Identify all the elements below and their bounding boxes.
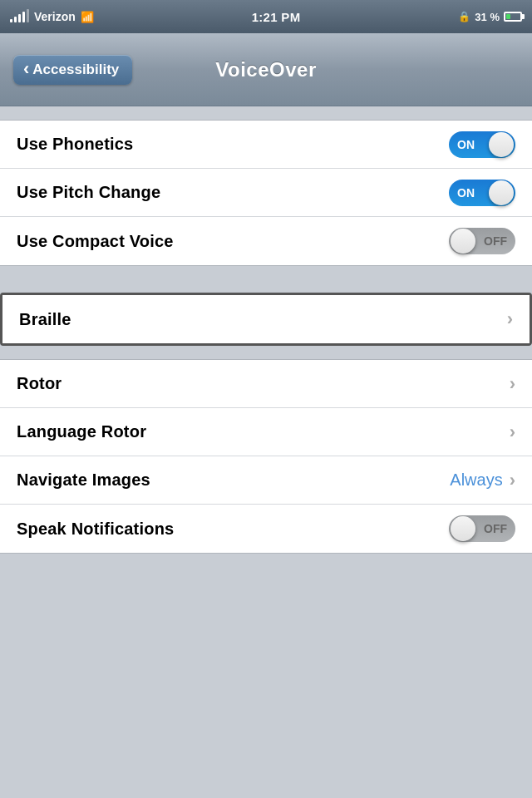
wifi-icon: 📶: [81, 11, 94, 23]
speak-notifications-row[interactable]: Speak Notifications OFF: [0, 505, 532, 553]
use-compact-voice-label: Use Compact Voice: [17, 232, 174, 251]
status-left: Verizon 📶: [10, 10, 94, 23]
navigate-images-row[interactable]: Navigate Images Always ›: [0, 456, 532, 505]
toggle-knob-2: [489, 180, 514, 205]
status-right: 🔒 31 %: [458, 11, 522, 23]
navigate-images-label: Navigate Images: [17, 470, 150, 490]
toggle-on-label: ON: [457, 138, 475, 151]
nav-bar: Accessibility VoiceOver: [0, 33, 532, 106]
use-phonetics-label: Use Phonetics: [17, 135, 133, 154]
battery-percent: 31 %: [475, 11, 500, 23]
speak-notifications-label: Speak Notifications: [17, 520, 174, 539]
use-compact-voice-row[interactable]: Use Compact Voice OFF: [0, 217, 532, 265]
settings-group-2: Rotor › Language Rotor › Navigate Images…: [0, 359, 532, 554]
toggle-off-label: OFF: [484, 234, 507, 248]
braille-row[interactable]: Braille ›: [2, 295, 530, 343]
rotor-label: Rotor: [17, 374, 62, 393]
use-phonetics-toggle[interactable]: ON: [449, 131, 515, 158]
rotor-chevron-icon: ›: [510, 373, 515, 395]
status-time: 1:21 PM: [252, 10, 301, 24]
settings-group-1: Use Phonetics ON Use Pitch Change ON Use…: [0, 120, 532, 266]
back-button[interactable]: Accessibility: [13, 55, 132, 85]
toggle-off-label-2: OFF: [484, 522, 507, 535]
braille-group: Braille ›: [0, 293, 532, 346]
use-phonetics-row[interactable]: Use Phonetics ON: [0, 121, 532, 169]
use-compact-voice-control[interactable]: OFF: [449, 228, 515, 254]
navigate-images-right: Always ›: [450, 470, 515, 491]
lock-icon: 🔒: [458, 11, 470, 22]
use-pitch-change-control[interactable]: ON: [449, 180, 515, 206]
speak-notifications-toggle[interactable]: OFF: [449, 515, 515, 542]
toggle-knob-4: [451, 516, 475, 541]
signal-bars-icon: [10, 11, 29, 22]
speak-notifications-control[interactable]: OFF: [449, 515, 515, 542]
use-pitch-change-label: Use Pitch Change: [17, 183, 160, 202]
language-rotor-row[interactable]: Language Rotor ›: [0, 408, 532, 456]
use-phonetics-control[interactable]: ON: [449, 131, 515, 158]
toggle-knob: [489, 132, 514, 157]
use-compact-voice-toggle[interactable]: OFF: [449, 228, 515, 254]
toggle-on-label-2: ON: [457, 186, 475, 200]
rotor-right: ›: [510, 373, 515, 395]
navigate-images-value: Always: [450, 470, 502, 490]
battery-icon: [504, 12, 522, 22]
settings-content: Use Phonetics ON Use Pitch Change ON Use…: [0, 106, 532, 580]
toggle-knob-3: [451, 229, 475, 254]
language-rotor-label: Language Rotor: [17, 422, 146, 441]
braille-chevron-container: ›: [507, 308, 513, 330]
braille-chevron-icon: ›: [507, 308, 513, 330]
status-bar: Verizon 📶 1:21 PM 🔒 31 %: [0, 0, 532, 33]
group-spacer-1: [0, 279, 532, 293]
carrier-label: Verizon: [34, 10, 76, 23]
battery-fill: [506, 14, 510, 19]
use-pitch-change-toggle[interactable]: ON: [449, 180, 515, 206]
braille-label: Braille: [19, 310, 71, 329]
use-pitch-change-row[interactable]: Use Pitch Change ON: [0, 169, 532, 217]
navigate-images-chevron-icon: ›: [510, 470, 515, 491]
page-title: VoiceOver: [215, 58, 316, 81]
language-rotor-chevron-icon: ›: [510, 421, 515, 443]
rotor-row[interactable]: Rotor ›: [0, 360, 532, 408]
group-spacer-2: [0, 346, 532, 359]
language-rotor-right: ›: [510, 421, 515, 443]
